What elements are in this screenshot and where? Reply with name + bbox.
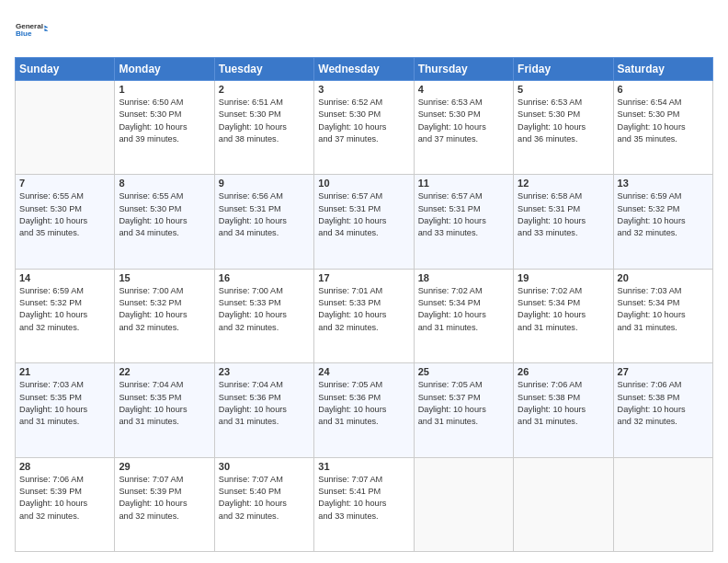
day-number: 25 (418, 366, 509, 377)
day-number: 23 (219, 366, 310, 377)
svg-text:Blue: Blue (16, 29, 32, 38)
day-info: Sunrise: 7:06 AMSunset: 5:38 PMDaylight:… (518, 379, 609, 428)
day-info: Sunrise: 7:07 AMSunset: 5:40 PMDaylight:… (219, 474, 310, 523)
day-number: 18 (418, 272, 509, 283)
day-info: Sunrise: 6:50 AMSunset: 5:30 PMDaylight:… (119, 97, 210, 145)
calendar-cell: 8Sunrise: 6:55 AMSunset: 5:30 PMDaylight… (115, 175, 214, 269)
day-info: Sunrise: 7:07 AMSunset: 5:39 PMDaylight:… (119, 474, 210, 523)
day-info: Sunrise: 7:02 AMSunset: 5:34 PMDaylight:… (518, 285, 609, 334)
day-number: 12 (518, 178, 609, 189)
svg-text:General: General (16, 22, 43, 30)
day-number: 1 (119, 84, 210, 95)
calendar-cell: 2Sunrise: 6:51 AMSunset: 5:30 PMDaylight… (214, 81, 313, 175)
svg-marker-3 (44, 29, 48, 31)
calendar-cell: 20Sunrise: 7:03 AMSunset: 5:34 PMDayligh… (613, 269, 712, 362)
day-info: Sunrise: 6:55 AMSunset: 5:30 PMDaylight:… (119, 190, 210, 239)
day-info: Sunrise: 6:52 AMSunset: 5:30 PMDaylight:… (318, 97, 409, 145)
day-info: Sunrise: 7:03 AMSunset: 5:35 PMDaylight:… (19, 379, 110, 428)
calendar-cell: 24Sunrise: 7:05 AMSunset: 5:36 PMDayligh… (314, 363, 414, 457)
day-info: Sunrise: 6:53 AMSunset: 5:30 PMDaylight:… (518, 97, 609, 145)
day-number: 26 (518, 366, 609, 377)
day-info: Sunrise: 7:05 AMSunset: 5:36 PMDaylight:… (318, 379, 409, 428)
day-header-friday: Friday (514, 58, 613, 81)
calendar-cell: 1Sunrise: 6:50 AMSunset: 5:30 PMDaylight… (115, 81, 214, 175)
day-info: Sunrise: 7:02 AMSunset: 5:34 PMDaylight:… (418, 285, 509, 334)
calendar-cell: 25Sunrise: 7:05 AMSunset: 5:37 PMDayligh… (414, 363, 513, 457)
day-info: Sunrise: 6:59 AMSunset: 5:32 PMDaylight:… (618, 190, 709, 239)
calendar-header-row: SundayMondayTuesdayWednesdayThursdayFrid… (16, 58, 713, 81)
day-info: Sunrise: 6:57 AMSunset: 5:31 PMDaylight:… (318, 190, 409, 239)
calendar-week-3: 14Sunrise: 6:59 AMSunset: 5:32 PMDayligh… (16, 269, 713, 362)
day-number: 6 (618, 84, 709, 95)
calendar-cell: 21Sunrise: 7:03 AMSunset: 5:35 PMDayligh… (16, 363, 115, 457)
calendar-cell: 30Sunrise: 7:07 AMSunset: 5:40 PMDayligh… (214, 457, 313, 551)
calendar-cell: 11Sunrise: 6:57 AMSunset: 5:31 PMDayligh… (414, 175, 513, 269)
day-info: Sunrise: 7:05 AMSunset: 5:37 PMDaylight:… (418, 379, 509, 428)
day-info: Sunrise: 6:53 AMSunset: 5:30 PMDaylight:… (418, 97, 509, 145)
calendar-cell: 13Sunrise: 6:59 AMSunset: 5:32 PMDayligh… (613, 175, 712, 269)
calendar-cell: 17Sunrise: 7:01 AMSunset: 5:33 PMDayligh… (314, 269, 414, 362)
day-number: 24 (318, 366, 409, 377)
calendar-cell: 18Sunrise: 7:02 AMSunset: 5:34 PMDayligh… (414, 269, 513, 362)
logo-svg: General Blue (15, 11, 48, 48)
day-header-monday: Monday (115, 58, 214, 81)
day-info: Sunrise: 6:56 AMSunset: 5:31 PMDaylight:… (219, 190, 310, 239)
calendar-cell: 26Sunrise: 7:06 AMSunset: 5:38 PMDayligh… (514, 363, 613, 457)
day-number: 2 (219, 84, 310, 95)
calendar-cell: 3Sunrise: 6:52 AMSunset: 5:30 PMDaylight… (314, 81, 414, 175)
day-info: Sunrise: 7:04 AMSunset: 5:35 PMDaylight:… (119, 379, 210, 428)
day-number: 10 (318, 178, 409, 189)
calendar-table: SundayMondayTuesdayWednesdayThursdayFrid… (15, 57, 713, 552)
calendar-week-2: 7Sunrise: 6:55 AMSunset: 5:30 PMDaylight… (16, 175, 713, 269)
day-number: 4 (418, 84, 509, 95)
calendar-cell: 12Sunrise: 6:58 AMSunset: 5:31 PMDayligh… (514, 175, 613, 269)
day-number: 16 (219, 272, 310, 283)
day-header-sunday: Sunday (16, 58, 115, 81)
day-info: Sunrise: 6:51 AMSunset: 5:30 PMDaylight:… (219, 97, 310, 145)
day-number: 14 (19, 272, 110, 283)
calendar-cell: 4Sunrise: 6:53 AMSunset: 5:30 PMDaylight… (414, 81, 513, 175)
day-number: 7 (19, 178, 110, 189)
day-number: 11 (418, 178, 509, 189)
calendar-cell: 22Sunrise: 7:04 AMSunset: 5:35 PMDayligh… (115, 363, 214, 457)
day-header-thursday: Thursday (414, 58, 513, 81)
calendar-cell: 31Sunrise: 7:07 AMSunset: 5:41 PMDayligh… (314, 457, 414, 551)
day-number: 5 (518, 84, 609, 95)
calendar-cell: 27Sunrise: 7:06 AMSunset: 5:38 PMDayligh… (613, 363, 712, 457)
calendar-cell: 19Sunrise: 7:02 AMSunset: 5:34 PMDayligh… (514, 269, 613, 362)
calendar-cell: 16Sunrise: 7:00 AMSunset: 5:33 PMDayligh… (214, 269, 313, 362)
day-info: Sunrise: 6:58 AMSunset: 5:31 PMDaylight:… (518, 190, 609, 239)
calendar-cell (514, 457, 613, 551)
day-number: 9 (219, 178, 310, 189)
calendar-week-4: 21Sunrise: 7:03 AMSunset: 5:35 PMDayligh… (16, 363, 713, 457)
calendar-cell (16, 81, 115, 175)
calendar-cell: 14Sunrise: 6:59 AMSunset: 5:32 PMDayligh… (16, 269, 115, 362)
day-info: Sunrise: 7:04 AMSunset: 5:36 PMDaylight:… (219, 379, 310, 428)
day-number: 22 (119, 366, 210, 377)
day-number: 15 (119, 272, 210, 283)
day-info: Sunrise: 7:00 AMSunset: 5:33 PMDaylight:… (219, 285, 310, 334)
day-number: 13 (618, 178, 709, 189)
day-number: 27 (618, 366, 709, 377)
page: General Blue SundayMondayTuesdayWednesda… (0, 0, 728, 563)
day-number: 19 (518, 272, 609, 283)
day-info: Sunrise: 6:57 AMSunset: 5:31 PMDaylight:… (418, 190, 509, 239)
svg-marker-2 (44, 26, 48, 29)
logo: General Blue (15, 11, 48, 48)
header: General Blue (15, 11, 713, 48)
calendar-cell (414, 457, 513, 551)
day-info: Sunrise: 6:54 AMSunset: 5:30 PMDaylight:… (618, 97, 709, 145)
day-number: 21 (19, 366, 110, 377)
day-info: Sunrise: 7:03 AMSunset: 5:34 PMDaylight:… (618, 285, 709, 334)
day-info: Sunrise: 6:59 AMSunset: 5:32 PMDaylight:… (19, 285, 110, 334)
day-info: Sunrise: 7:06 AMSunset: 5:38 PMDaylight:… (618, 379, 709, 428)
calendar-week-1: 1Sunrise: 6:50 AMSunset: 5:30 PMDaylight… (16, 81, 713, 175)
calendar-cell: 23Sunrise: 7:04 AMSunset: 5:36 PMDayligh… (214, 363, 313, 457)
calendar-cell: 28Sunrise: 7:06 AMSunset: 5:39 PMDayligh… (16, 457, 115, 551)
day-info: Sunrise: 7:00 AMSunset: 5:32 PMDaylight:… (119, 285, 210, 334)
calendar-cell: 15Sunrise: 7:00 AMSunset: 5:32 PMDayligh… (115, 269, 214, 362)
day-number: 17 (318, 272, 409, 283)
day-info: Sunrise: 7:06 AMSunset: 5:39 PMDaylight:… (19, 474, 110, 523)
calendar-cell: 7Sunrise: 6:55 AMSunset: 5:30 PMDaylight… (16, 175, 115, 269)
day-number: 28 (19, 461, 110, 472)
